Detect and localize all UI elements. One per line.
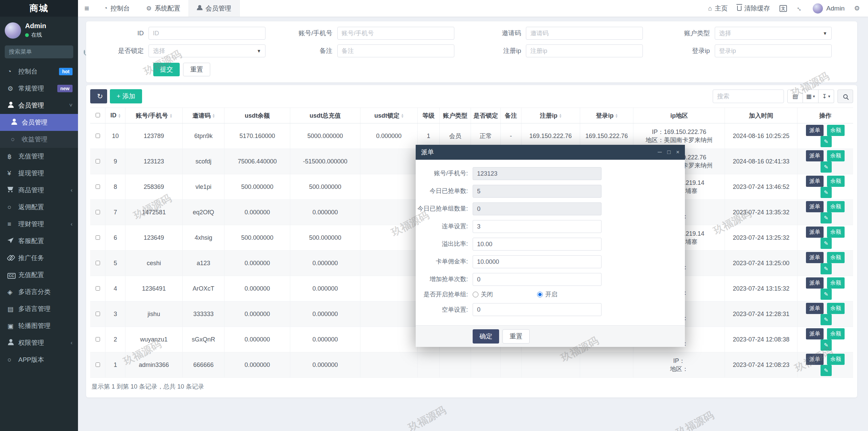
export-button[interactable]: ↧▾ bbox=[818, 90, 834, 103]
dispatch-button[interactable]: 派单 bbox=[806, 354, 824, 365]
refresh-button[interactable]: ↻ bbox=[90, 89, 107, 103]
edit-button[interactable]: ✎ bbox=[821, 187, 832, 198]
detail-view-button[interactable]: ▤ bbox=[787, 90, 803, 103]
sidebar-search[interactable] bbox=[5, 45, 73, 58]
sidebar-subitem-income[interactable]: ○ 收益管理 bbox=[0, 131, 78, 148]
dispatch-button[interactable]: 派单 bbox=[806, 125, 824, 136]
balance-button[interactable]: 余额 bbox=[827, 125, 845, 136]
balance-button[interactable]: 余额 bbox=[827, 354, 845, 365]
add-button[interactable]: +添加 bbox=[110, 89, 142, 103]
today-orders-field[interactable] bbox=[473, 185, 601, 198]
balance-button[interactable]: 余额 bbox=[827, 252, 845, 263]
sidebar-item-products[interactable]: 商品管理 ‹ bbox=[0, 182, 78, 199]
row-checkbox[interactable] bbox=[96, 159, 100, 163]
submit-button[interactable]: 提交 bbox=[153, 63, 180, 76]
sort-icon[interactable]: ▴▾ bbox=[615, 113, 617, 118]
sidebar-item-withdraw[interactable]: ¥ 提现管理 bbox=[0, 165, 78, 182]
remark-filter-input[interactable] bbox=[337, 44, 454, 57]
dispatch-button[interactable]: 派单 bbox=[806, 201, 824, 212]
search-icon[interactable] bbox=[84, 50, 85, 54]
edit-button[interactable]: ✎ bbox=[821, 161, 832, 173]
row-checkbox[interactable] bbox=[96, 312, 100, 316]
overflow-ratio-field[interactable] bbox=[473, 238, 601, 251]
sidebar-item-finance[interactable]: ≡ 理财管理 ‹ bbox=[0, 216, 78, 233]
clear-cache-link[interactable]: 清除缓存 bbox=[737, 4, 770, 13]
column-header[interactable]: 操作 bbox=[797, 108, 853, 123]
balance-button[interactable]: 余额 bbox=[827, 328, 845, 339]
sidebar-item-banner[interactable]: ▣ 轮播图管理 bbox=[0, 317, 78, 334]
dispatch-button[interactable]: 派单 bbox=[806, 277, 824, 289]
row-checkbox[interactable] bbox=[96, 134, 100, 138]
confirm-button[interactable]: 确定 bbox=[473, 329, 499, 344]
select-all-checkbox[interactable] bbox=[96, 113, 100, 117]
search-toggle-button[interactable] bbox=[837, 90, 853, 103]
row-checkbox[interactable] bbox=[96, 261, 100, 265]
sidebar-search-input[interactable] bbox=[9, 48, 84, 55]
today-order-groups-field[interactable] bbox=[473, 202, 601, 215]
account-filter-input[interactable] bbox=[337, 27, 454, 40]
edit-button[interactable]: ✎ bbox=[821, 212, 832, 223]
column-header[interactable]: ID ▴▾ bbox=[105, 108, 125, 123]
column-header[interactable]: 账号/手机号 ▴▾ bbox=[125, 108, 182, 123]
sort-icon[interactable]: ▴▾ bbox=[401, 113, 403, 118]
minimize-icon[interactable]: ─ bbox=[658, 149, 662, 156]
reg-ip-filter-input[interactable] bbox=[526, 44, 643, 57]
settings-gears-icon[interactable]: ⚙ bbox=[854, 4, 860, 12]
fullscreen-icon[interactable]: ↔ bbox=[795, 3, 805, 13]
maximize-icon[interactable]: □ bbox=[667, 149, 671, 156]
balance-button[interactable]: 余额 bbox=[827, 227, 845, 238]
invite-code-filter-input[interactable] bbox=[526, 27, 643, 40]
column-header[interactable]: 备注 bbox=[500, 108, 521, 123]
combo-setting-field[interactable] bbox=[473, 220, 601, 233]
tab-member-management[interactable]: 会员管理 bbox=[189, 0, 240, 17]
row-checkbox[interactable] bbox=[96, 184, 100, 189]
dispatch-button[interactable]: 派单 bbox=[806, 227, 824, 238]
id-filter-input[interactable] bbox=[149, 27, 265, 40]
navbar-user[interactable]: Admin bbox=[813, 3, 845, 14]
close-icon[interactable]: × bbox=[676, 149, 679, 156]
row-checkbox[interactable] bbox=[96, 363, 100, 367]
edit-button[interactable]: ✎ bbox=[821, 289, 832, 300]
sort-icon[interactable]: ▴▾ bbox=[213, 113, 215, 118]
radio-off-option[interactable]: 关闭 bbox=[473, 291, 530, 298]
balance-button[interactable]: 余额 bbox=[827, 150, 845, 161]
column-header[interactable]: 等级 bbox=[417, 108, 439, 123]
account-field[interactable] bbox=[473, 167, 601, 180]
sidebar-item-lang-manage[interactable]: ▤ 多语言管理 bbox=[0, 300, 78, 317]
row-checkbox[interactable] bbox=[96, 337, 100, 341]
column-header[interactable]: 加入时间 bbox=[725, 108, 797, 123]
row-checkbox[interactable] bbox=[96, 235, 100, 240]
translate-icon[interactable]: 文 bbox=[780, 5, 787, 12]
lock-status-select[interactable]: 选择▼ bbox=[149, 44, 265, 57]
edit-button[interactable]: ✎ bbox=[821, 238, 832, 249]
sidebar-item-promotion[interactable]: 推广任务 bbox=[0, 250, 78, 267]
balance-button[interactable]: 余额 bbox=[827, 303, 845, 314]
balance-button[interactable]: 余额 bbox=[827, 201, 845, 212]
edit-button[interactable]: ✎ bbox=[821, 136, 832, 147]
sidebar-item-dashboard[interactable]: ◔ 控制台 hot bbox=[0, 63, 78, 80]
sidebar-item-lang-category[interactable]: ◈ 多语言分类 bbox=[0, 283, 78, 300]
dispatch-button[interactable]: 派单 bbox=[806, 150, 824, 161]
edit-button[interactable]: ✎ bbox=[821, 263, 832, 274]
column-header[interactable]: usdt锁定 ▴▾ bbox=[360, 108, 417, 123]
row-checkbox[interactable] bbox=[96, 210, 100, 214]
sidebar-item-rebate[interactable]: ○ 返佣配置 bbox=[0, 199, 78, 216]
dispatch-button[interactable]: 派单 bbox=[806, 303, 824, 314]
tab-dashboard[interactable]: ◔ 控制台 bbox=[96, 0, 138, 17]
sidebar-item-permission[interactable]: 权限管理 ‹ bbox=[0, 334, 78, 351]
dispatch-button[interactable]: 派单 bbox=[806, 176, 824, 187]
column-header[interactable]: usdt总充值 bbox=[290, 108, 360, 123]
sort-icon[interactable]: ▴▾ bbox=[559, 113, 561, 118]
reset-button[interactable]: 重置 bbox=[183, 63, 210, 76]
edit-button[interactable]: ✎ bbox=[821, 314, 832, 325]
column-header[interactable]: 登录ip ▴▾ bbox=[580, 108, 633, 123]
columns-button[interactable]: ▦▾ bbox=[803, 90, 818, 103]
sidebar-item-app-version[interactable]: ○ APP版本 bbox=[0, 351, 78, 368]
radio-on[interactable] bbox=[537, 292, 543, 297]
card-commission-field[interactable] bbox=[473, 255, 601, 268]
sidebar-item-members[interactable]: 会员管理 ˅ bbox=[0, 97, 78, 114]
sort-icon[interactable]: ▴▾ bbox=[118, 113, 120, 118]
sidebar-item-general[interactable]: ⚙ 常规管理 new bbox=[0, 80, 78, 97]
balance-button[interactable]: 余额 bbox=[827, 176, 845, 187]
empty-order-field[interactable] bbox=[473, 303, 601, 316]
